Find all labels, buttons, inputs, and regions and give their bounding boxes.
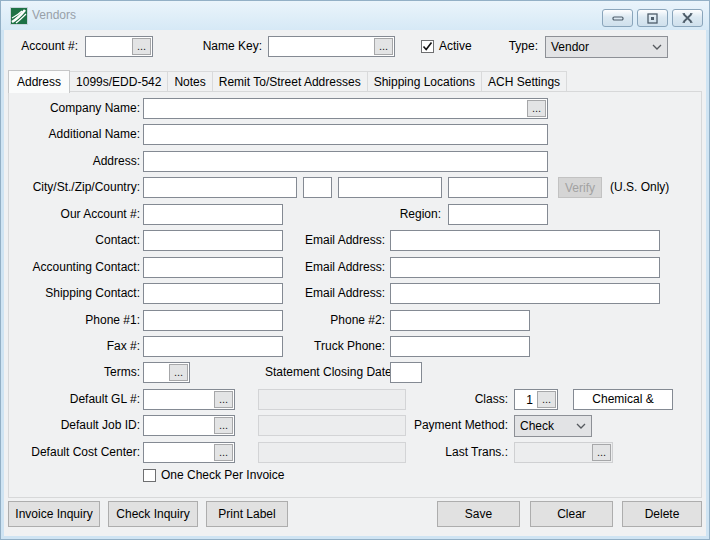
phone2-input[interactable] bbox=[390, 310, 530, 331]
contact-email-input[interactable] bbox=[390, 230, 660, 251]
shipping-email-label: Email Address: bbox=[265, 283, 385, 304]
invoice-inquiry-button[interactable]: Invoice Inquiry bbox=[8, 501, 100, 527]
payment-method-dropdown[interactable]: Check bbox=[514, 415, 592, 437]
save-button[interactable]: Save bbox=[437, 501, 520, 527]
default-cost-center-lookup-button[interactable]: ... bbox=[214, 444, 233, 461]
clear-button[interactable]: Clear bbox=[530, 501, 613, 527]
check-icon bbox=[422, 41, 433, 52]
name-key-input[interactable] bbox=[269, 37, 373, 56]
company-name-label: Company Name: bbox=[8, 98, 140, 119]
tab-ach-settings[interactable]: ACH Settings bbox=[482, 71, 567, 92]
company-name-lookup-button[interactable]: ... bbox=[527, 100, 546, 117]
app-icon bbox=[10, 7, 28, 25]
default-cost-center-input[interactable] bbox=[144, 443, 213, 462]
default-gl-field[interactable]: ... bbox=[143, 389, 235, 410]
payment-method-value: Check bbox=[520, 416, 576, 436]
last-trans-label: Last Trans.: bbox=[388, 442, 508, 463]
close-icon bbox=[682, 13, 693, 23]
additional-name-label: Additional Name: bbox=[8, 124, 140, 145]
additional-name-input[interactable] bbox=[143, 124, 548, 145]
fax-input[interactable] bbox=[143, 336, 283, 357]
region-input[interactable] bbox=[448, 204, 548, 225]
terms-input[interactable] bbox=[144, 363, 168, 382]
address-label: Address: bbox=[8, 151, 140, 172]
default-job-description bbox=[258, 415, 406, 436]
accounting-email-input[interactable] bbox=[390, 257, 660, 278]
verify-button[interactable]: Verify bbox=[558, 177, 602, 198]
active-checkbox[interactable] bbox=[421, 40, 434, 53]
last-trans-lookup-button[interactable]: ... bbox=[592, 444, 611, 461]
truck-phone-input[interactable] bbox=[390, 336, 530, 357]
last-trans-field: ... bbox=[514, 442, 613, 463]
tab-remit-to-street-addresses[interactable]: Remit To/Street Addresses bbox=[213, 71, 368, 92]
minimize-icon bbox=[612, 14, 624, 22]
our-account-label: Our Account #: bbox=[8, 204, 140, 225]
fax-label: Fax #: bbox=[8, 336, 140, 357]
terms-lookup-button[interactable]: ... bbox=[169, 364, 188, 381]
default-job-lookup-button[interactable]: ... bbox=[214, 417, 233, 434]
state-input[interactable] bbox=[303, 177, 332, 198]
name-key-label: Name Key: bbox=[192, 36, 262, 57]
tab-1099s-edd-542[interactable]: 1099s/EDD-542 bbox=[70, 71, 168, 92]
default-gl-lookup-button[interactable]: ... bbox=[214, 391, 233, 408]
last-trans-input bbox=[515, 443, 591, 462]
default-job-field[interactable]: ... bbox=[143, 415, 235, 436]
class-lookup-button[interactable]: ... bbox=[537, 391, 556, 408]
contact-input[interactable] bbox=[143, 230, 283, 251]
address-input[interactable] bbox=[143, 151, 548, 172]
payment-method-label: Payment Method: bbox=[388, 415, 508, 436]
region-label: Region: bbox=[341, 204, 441, 225]
city-input[interactable] bbox=[143, 177, 297, 198]
phone1-label: Phone #1: bbox=[8, 310, 140, 331]
account-number-label: Account #: bbox=[10, 36, 78, 57]
terms-label: Terms: bbox=[8, 362, 140, 383]
default-job-label: Default Job ID: bbox=[8, 415, 140, 436]
our-account-input[interactable] bbox=[143, 204, 283, 225]
class-field[interactable]: ... bbox=[514, 389, 558, 410]
active-label: Active bbox=[439, 36, 472, 57]
chevron-down-icon bbox=[576, 423, 586, 429]
company-name-field[interactable]: ... bbox=[143, 98, 548, 119]
titlebar: Vendors bbox=[1, 1, 709, 30]
type-dropdown[interactable]: Vendor bbox=[545, 36, 668, 58]
phone1-input[interactable] bbox=[143, 310, 283, 331]
zip-input[interactable] bbox=[338, 177, 442, 198]
terms-field[interactable]: ... bbox=[143, 362, 190, 383]
country-input[interactable] bbox=[448, 177, 548, 198]
class-name-display: Chemical & Seed bbox=[573, 389, 673, 410]
check-inquiry-button[interactable]: Check Inquiry bbox=[108, 501, 198, 527]
default-cost-center-field[interactable]: ... bbox=[143, 442, 235, 463]
default-job-input[interactable] bbox=[144, 416, 213, 435]
account-number-input[interactable] bbox=[86, 37, 131, 56]
chevron-down-icon bbox=[652, 44, 662, 50]
class-input[interactable] bbox=[515, 390, 536, 409]
us-only-note: (U.S. Only) bbox=[610, 177, 669, 198]
account-number-lookup-button[interactable]: ... bbox=[132, 38, 151, 55]
maximize-button[interactable] bbox=[637, 9, 668, 27]
one-check-per-invoice-checkbox[interactable] bbox=[143, 469, 156, 482]
shipping-contact-input[interactable] bbox=[143, 283, 283, 304]
tab-address[interactable]: Address bbox=[8, 70, 70, 93]
accounting-contact-input[interactable] bbox=[143, 257, 283, 278]
type-value: Vendor bbox=[551, 37, 652, 57]
company-name-input[interactable] bbox=[144, 99, 526, 118]
delete-button[interactable]: Delete bbox=[622, 501, 702, 527]
accounting-email-label: Email Address: bbox=[265, 257, 385, 278]
tab-bar: Address 1099s/EDD-542 Notes Remit To/Str… bbox=[8, 69, 567, 92]
default-gl-input[interactable] bbox=[144, 390, 213, 409]
phone2-label: Phone #2: bbox=[265, 310, 385, 331]
close-button[interactable] bbox=[672, 9, 703, 27]
tab-shipping-locations[interactable]: Shipping Locations bbox=[368, 71, 482, 92]
statement-closing-date-input[interactable] bbox=[390, 362, 422, 383]
name-key-lookup-button[interactable]: ... bbox=[374, 38, 393, 55]
minimize-button[interactable] bbox=[602, 9, 633, 27]
one-check-per-invoice-label: One Check Per Invoice bbox=[161, 465, 284, 486]
name-key-field[interactable]: ... bbox=[268, 36, 395, 57]
print-label-button[interactable]: Print Label bbox=[206, 501, 288, 527]
default-cost-center-label: Default Cost Center: bbox=[8, 442, 140, 463]
shipping-email-input[interactable] bbox=[390, 283, 660, 304]
tab-notes[interactable]: Notes bbox=[168, 71, 212, 92]
type-label: Type: bbox=[498, 36, 538, 57]
account-number-field[interactable]: ... bbox=[85, 36, 153, 57]
default-gl-label: Default GL #: bbox=[8, 389, 140, 410]
